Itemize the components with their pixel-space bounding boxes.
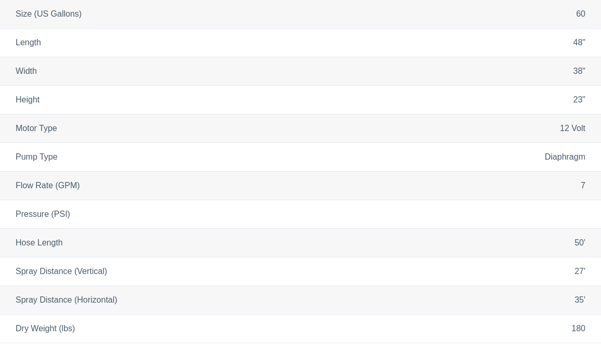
table-row: Dry Weight (lbs)180 (0, 315, 601, 343)
spec-label: Dry Weight (lbs) (16, 324, 75, 333)
spec-label: Pressure (PSI) (16, 210, 70, 219)
spec-value: Diaphragm (545, 152, 585, 162)
spec-label: Size (US Gallons) (16, 9, 82, 19)
spec-value: 180 (571, 324, 585, 333)
spec-value: 35' (574, 295, 585, 305)
spec-value: 48" (573, 38, 585, 47)
spec-label: Hose Length (16, 238, 63, 248)
table-row: Flow Rate (GPM)7 (0, 172, 601, 200)
spec-label: Height (16, 95, 40, 105)
table-row: Spray Distance (Vertical)27' (0, 257, 601, 286)
table-row: Size (US Gallons)60 (0, 0, 601, 29)
table-row: Width38" (0, 57, 601, 86)
table-row: Pump TypeDiaphragm (0, 143, 601, 172)
specs-table: Size (US Gallons)60Length48"Width38"Heig… (0, 0, 601, 343)
spec-value: 7 (581, 181, 585, 190)
table-row: Hose Length50' (0, 229, 601, 257)
spec-value: 23" (573, 95, 585, 105)
table-row: Height23" (0, 86, 601, 114)
spec-label: Flow Rate (GPM) (16, 181, 80, 190)
spec-label: Length (16, 38, 41, 47)
spec-value: 50' (574, 238, 585, 248)
table-row: Pressure (PSI) (0, 200, 601, 229)
spec-value: 12 Volt (560, 124, 585, 133)
spec-value: 27' (574, 267, 585, 276)
spec-label: Motor Type (16, 124, 57, 133)
table-row: Length48" (0, 29, 601, 57)
table-row: Spray Distance (Horizontal)35' (0, 286, 601, 315)
table-row: Motor Type12 Volt (0, 114, 601, 143)
spec-label: Spray Distance (Horizontal) (16, 295, 117, 305)
spec-label: Spray Distance (Vertical) (16, 267, 107, 276)
spec-label: Width (16, 67, 37, 76)
spec-label: Pump Type (16, 152, 58, 162)
spec-value: 38" (573, 67, 585, 76)
spec-value: 60 (576, 9, 585, 19)
